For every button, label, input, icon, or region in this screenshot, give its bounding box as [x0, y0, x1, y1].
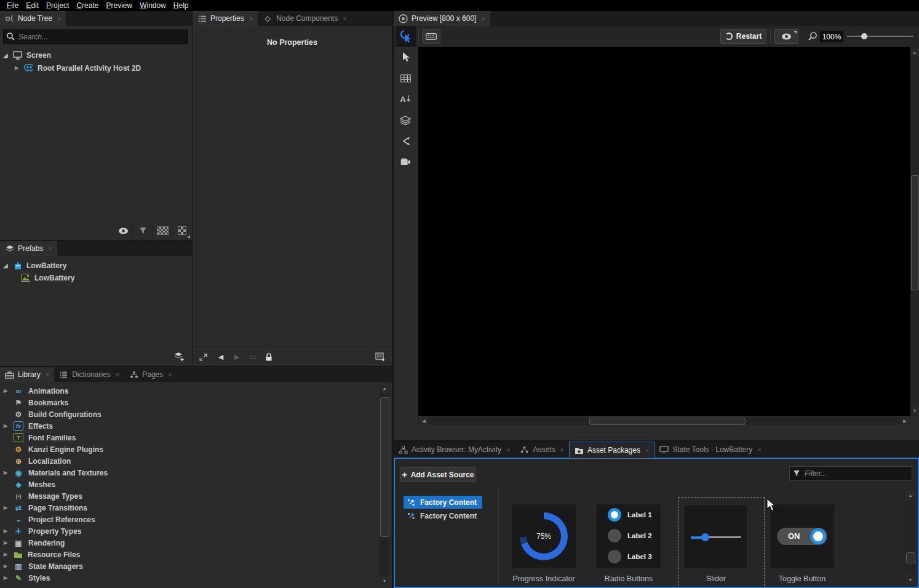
library-item-state-managers[interactable]: ▶ ▥ State Managers — [2, 560, 376, 572]
library-item-build-configurations[interactable]: ⚙ Build Configurations — [2, 408, 376, 420]
tab-pages[interactable]: Pages × — [124, 367, 177, 382]
select-tool-button[interactable] — [394, 47, 417, 68]
library-item-animations[interactable]: ▶ ∞ Animations — [2, 385, 376, 397]
close-icon[interactable]: × — [481, 15, 485, 22]
tab-library[interactable]: Library × — [0, 367, 54, 382]
menu-help[interactable]: Help — [170, 1, 193, 10]
clear-properties-button[interactable] — [196, 349, 211, 364]
close-icon[interactable]: × — [168, 371, 172, 378]
preview-viewport[interactable] — [418, 47, 910, 416]
caret-expanded-icon[interactable]: ◢ — [2, 52, 9, 58]
scrollbar-thumb[interactable] — [380, 397, 389, 537]
search-input[interactable] — [3, 30, 188, 44]
asset-progress-indicator[interactable]: 75% — [512, 504, 576, 568]
grid-tool-button[interactable] — [394, 68, 417, 89]
visibility-filter-button[interactable] — [114, 223, 133, 239]
close-icon[interactable]: × — [57, 15, 61, 22]
tab-activity-browser[interactable]: Activity Browser: MyActivity × — [394, 442, 515, 458]
close-icon[interactable]: × — [757, 446, 761, 453]
menu-project[interactable]: Project — [42, 1, 73, 10]
visualization-dropdown-button[interactable] — [774, 29, 798, 44]
caret-collapsed-icon[interactable]: ▶ — [2, 540, 9, 546]
caret-collapsed-icon[interactable]: ▶ — [2, 388, 9, 394]
asset-slider[interactable] — [685, 506, 747, 568]
library-item-kanzi-engine-plugins[interactable]: ⚙ Kanzi Engine Plugins — [2, 443, 376, 455]
close-icon[interactable]: × — [116, 371, 119, 378]
scrollbar-thumb[interactable] — [906, 552, 915, 563]
scroll-down-button[interactable]: ▼ — [910, 406, 919, 415]
zoom-value[interactable]: 100% — [820, 31, 843, 42]
background-options-button[interactable] — [173, 223, 191, 239]
add-asset-source-button[interactable]: + Add Asset Source — [400, 467, 475, 482]
library-item-page-transitions[interactable]: ▶ ⇄ Page Transitions — [2, 502, 376, 514]
library-item-bookmarks[interactable]: ⚑ Bookmarks — [2, 397, 376, 408]
library-item-meshes[interactable]: ◈ Meshes — [2, 479, 376, 490]
tab-properties[interactable]: Properties × — [193, 11, 258, 26]
caret-collapsed-icon[interactable]: ▶ — [2, 505, 9, 511]
caret-collapsed-icon[interactable]: ▶ — [2, 470, 9, 475]
scroll-up-button[interactable]: ▲ — [380, 384, 389, 393]
tab-preview[interactable]: Preview [800 x 600] × — [394, 11, 490, 26]
tab-state-tools[interactable]: State Tools - LowBattery × — [654, 442, 766, 458]
interact-mode-button[interactable] — [396, 26, 416, 47]
layers-tool-button[interactable] — [394, 109, 417, 130]
menu-edit[interactable]: Edit — [22, 1, 42, 10]
frame-button[interactable]: ▭ — [245, 349, 260, 364]
scroll-down-button[interactable]: ▼ — [905, 575, 915, 584]
asset-scrollbar[interactable]: ▲ ▼ — [905, 491, 915, 584]
scroll-right-button[interactable]: ▶ — [901, 417, 909, 425]
lock-button[interactable] — [261, 349, 276, 364]
camera-tool-button[interactable] — [394, 151, 417, 172]
create-prefab-button[interactable] — [171, 349, 187, 364]
scrollbar-thumb[interactable] — [589, 418, 746, 425]
preview-vscrollbar[interactable]: ▲ ▼ — [910, 47, 919, 416]
back-button[interactable]: ◀ — [213, 349, 228, 364]
scroll-left-button[interactable]: ◀ — [420, 417, 428, 425]
close-icon[interactable]: × — [506, 446, 510, 453]
asset-source-item-selected[interactable]: Factory Content — [404, 496, 482, 509]
library-item-message-types[interactable]: (•) Message Types — [2, 490, 376, 502]
library-item-effects[interactable]: ▶ fx Effects — [2, 420, 376, 432]
library-item-project-references[interactable]: ◒ Project References — [2, 514, 376, 525]
virtual-keyboard-button[interactable] — [422, 29, 440, 44]
close-icon[interactable]: × — [46, 371, 49, 378]
asset-source-item[interactable]: Factory Content — [404, 509, 482, 522]
tab-asset-packages[interactable]: Asset Packages × — [569, 442, 654, 458]
library-item-font-families[interactable]: T Font Families — [2, 432, 376, 443]
share-tool-button[interactable] — [394, 130, 417, 151]
scroll-up-button[interactable]: ▲ — [910, 48, 919, 57]
caret-collapsed-icon[interactable]: ▶ — [2, 575, 9, 581]
zoom-slider-track[interactable] — [847, 36, 913, 37]
asset-radio-buttons[interactable]: Label 1 Label 2 Label 3 — [597, 504, 661, 568]
zoom-slider-thumb[interactable] — [861, 33, 867, 39]
restart-button[interactable]: Restart — [720, 29, 766, 44]
tab-node-tree[interactable]: Node Tree × — [0, 11, 66, 26]
tree-row-root-activity-host[interactable]: ▶ Root Parallel Activity Host 2D — [14, 63, 192, 73]
text-tool-button[interactable]: A — [394, 89, 417, 109]
tree-row-screen[interactable]: ◢ Screen — [2, 50, 192, 60]
caret-expanded-icon[interactable]: ◢ — [2, 263, 9, 269]
scroll-down-button[interactable]: ▼ — [380, 576, 389, 586]
library-item-localization[interactable]: ⊕ Localization — [2, 455, 376, 467]
library-item-rendering[interactable]: ▶ ▣ Rendering — [2, 537, 376, 549]
forward-button[interactable]: ▶ — [229, 349, 244, 364]
library-item-resource-files[interactable]: ▶ Resource Files — [2, 549, 376, 560]
library-scrollbar[interactable]: ▲ ▼ — [380, 384, 389, 586]
library-item-property-types[interactable]: ▶ ✛ Property Types — [2, 525, 376, 537]
add-property-button[interactable] — [372, 349, 388, 364]
prefab-row-lowbattery-child[interactable]: LowBattery — [21, 272, 192, 283]
close-icon[interactable]: × — [48, 245, 52, 252]
prefab-row-lowbattery[interactable]: ◢ LowBattery — [2, 260, 192, 271]
tab-assets[interactable]: Assets × — [515, 442, 568, 458]
close-icon[interactable]: × — [343, 15, 346, 22]
asset-toggle-button[interactable]: ON — [770, 504, 834, 568]
library-item-styles[interactable]: ▶ ✎ Styles — [2, 572, 376, 584]
menu-file[interactable]: File — [3, 1, 22, 10]
caret-collapsed-icon[interactable]: ▶ — [14, 65, 20, 71]
filter-input[interactable] — [789, 466, 912, 481]
close-icon[interactable]: × — [249, 15, 253, 22]
library-item-materials-and-textures[interactable]: ▶ ◉ Materials and Textures — [2, 467, 376, 479]
close-icon[interactable]: × — [645, 447, 649, 454]
menu-window[interactable]: Window — [136, 1, 170, 10]
tab-node-components[interactable]: ◇ Node Components × — [258, 11, 352, 26]
